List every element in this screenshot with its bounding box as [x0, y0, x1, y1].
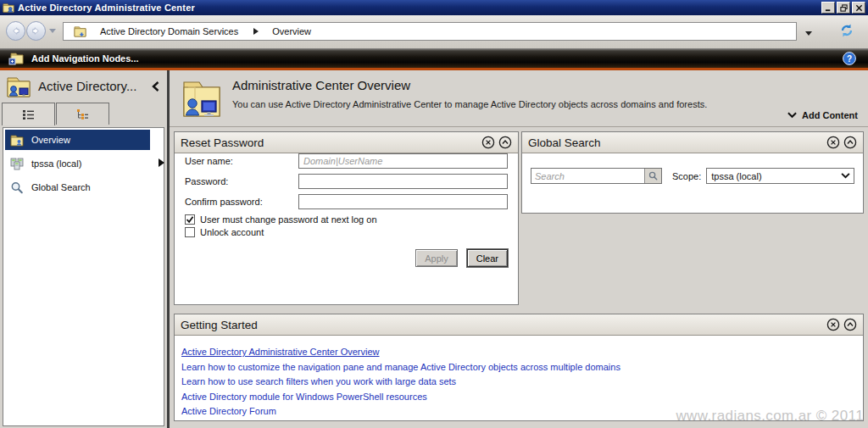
navigation-list: Overview tpssa (local) [3, 127, 164, 426]
collapse-pane-icon[interactable] [152, 81, 159, 92]
panel-close-icon[interactable] [826, 318, 840, 331]
add-content-button[interactable]: Add Content [787, 110, 858, 120]
overview-icon [10, 134, 24, 147]
window-title: Active Directory Administrative Center [18, 3, 195, 13]
panel-close-icon[interactable] [826, 136, 840, 149]
restore-button[interactable] [837, 2, 850, 14]
tpssa-submenu-arrow-icon[interactable] [159, 158, 164, 167]
panel-title: Reset Password [181, 136, 478, 149]
sidebar-item-label: tpssa (local) [31, 158, 81, 169]
reset-password-header: Reset Password [175, 132, 518, 153]
navigation-pane-title: Active Directory... [38, 79, 136, 93]
panel-rollup-icon[interactable] [498, 136, 512, 149]
active-directory-icon [6, 75, 31, 98]
domain-icon [10, 158, 24, 170]
search-icon [648, 171, 658, 181]
navigation-toolbar: Active Directory Domain Services Overvie… [0, 15, 868, 48]
chevron-down-icon [841, 173, 850, 179]
user-name-label: User name: [185, 156, 298, 166]
unlock-account-label: Unlock account [200, 227, 264, 237]
breadcrumb-root[interactable]: Active Directory Domain Services [100, 26, 238, 36]
breadcrumb-arrow-icon [253, 28, 259, 35]
user-name-field[interactable] [298, 153, 508, 169]
forward-button[interactable] [26, 21, 46, 41]
page-description: You can use Active Directory Administrat… [232, 99, 707, 109]
reset-password-panel: Reset Password User name: Password: Conf… [174, 131, 519, 305]
password-label: Password: [185, 176, 298, 186]
overview-header: Administrative Center Overview You can u… [170, 70, 868, 127]
must-change-password-checkbox[interactable]: User must change password at next log on [185, 214, 518, 225]
confirm-password-field[interactable] [298, 194, 508, 209]
app-icon [3, 2, 14, 14]
page-title: Administrative Center Overview [232, 78, 410, 92]
link-search-filters[interactable]: Learn how to use search filters when you… [181, 376, 863, 386]
chevron-down-icon [787, 112, 797, 119]
check-icon [186, 215, 194, 224]
add-navigation-nodes-label: Add Navigation Nodes... [31, 53, 139, 64]
admin-center-icon [181, 77, 222, 120]
list-view-icon [22, 109, 35, 120]
minimize-button[interactable] [821, 2, 835, 14]
scope-value: tpssa (local) [711, 171, 841, 181]
title-bar: Active Directory Administrative Center [0, 0, 868, 15]
sidebar-item-label: Global Search [31, 182, 91, 192]
panel-close-icon[interactable] [481, 136, 495, 149]
search-input[interactable] [531, 169, 644, 183]
checkbox-checked[interactable] [185, 214, 195, 225]
search-box [531, 168, 662, 184]
add-content-label: Add Content [802, 110, 858, 120]
tree-view-icon [76, 108, 89, 120]
sidebar-item-overview[interactable]: Overview [5, 130, 150, 150]
panel-title: Getting Started [181, 319, 823, 331]
must-change-password-label: User must change password at next log on [200, 214, 377, 225]
scope-label: Scope: [672, 171, 701, 181]
global-search-header: Global Search [522, 132, 863, 153]
getting-started-header: Getting Started [175, 314, 863, 336]
breadcrumb-dropdown-icon[interactable] [805, 31, 812, 36]
search-go-button[interactable] [644, 169, 661, 183]
search-icon [10, 181, 24, 194]
link-powershell-resources[interactable]: Active Directory module for Windows Powe… [181, 392, 863, 402]
link-customize-navigation[interactable]: Learn how to customize the navigation pa… [181, 362, 863, 372]
panel-rollup-icon[interactable] [843, 136, 857, 149]
add-navigation-nodes-bar[interactable]: Add Navigation Nodes... ? [0, 48, 868, 70]
folder-icon [74, 25, 86, 37]
history-dropdown-icon[interactable] [49, 29, 56, 33]
scope-select[interactable]: tpssa (local) [706, 168, 854, 184]
checkbox-unchecked[interactable] [185, 227, 195, 237]
adac-window: Active Directory Administrative Center [0, 0, 868, 428]
help-icon[interactable]: ? [843, 52, 856, 65]
back-button[interactable] [6, 21, 25, 41]
watermark: www.radians.com.ar © 2011 [676, 408, 864, 425]
svg-text:?: ? [847, 54, 852, 64]
password-field[interactable] [298, 174, 508, 189]
close-button[interactable] [852, 2, 865, 14]
confirm-password-label: Confirm password: [185, 197, 298, 207]
getting-started-panel: Getting Started Active Directory Adminis… [174, 314, 864, 421]
panel-rollup-icon[interactable] [843, 318, 857, 331]
link-adac-overview[interactable]: Active Directory Administrative Center O… [181, 347, 863, 357]
sidebar-item-global-search[interactable]: Global Search [5, 177, 150, 197]
tab-list-view[interactable] [2, 103, 55, 125]
refresh-icon[interactable] [839, 23, 854, 38]
breadcrumb-current[interactable]: Overview [272, 26, 311, 36]
panel-title: Global Search [528, 136, 823, 149]
breadcrumb[interactable]: Active Directory Domain Services Overvie… [63, 22, 797, 41]
apply-button[interactable]: Apply [415, 249, 458, 267]
global-search-panel: Global Search Scope: [521, 131, 864, 214]
unlock-account-checkbox[interactable]: Unlock account [185, 227, 518, 237]
tab-tree-view[interactable] [56, 103, 109, 125]
add-nodes-icon [8, 51, 25, 65]
sidebar-item-tpssa[interactable]: tpssa (local) [5, 153, 150, 174]
navigation-pane: Active Directory... [0, 70, 167, 428]
navigation-view-tabs [2, 103, 110, 125]
sidebar-item-label: Overview [31, 135, 70, 145]
clear-button[interactable]: Clear [467, 249, 508, 267]
getting-started-links: Active Directory Administrative Center O… [175, 336, 863, 416]
